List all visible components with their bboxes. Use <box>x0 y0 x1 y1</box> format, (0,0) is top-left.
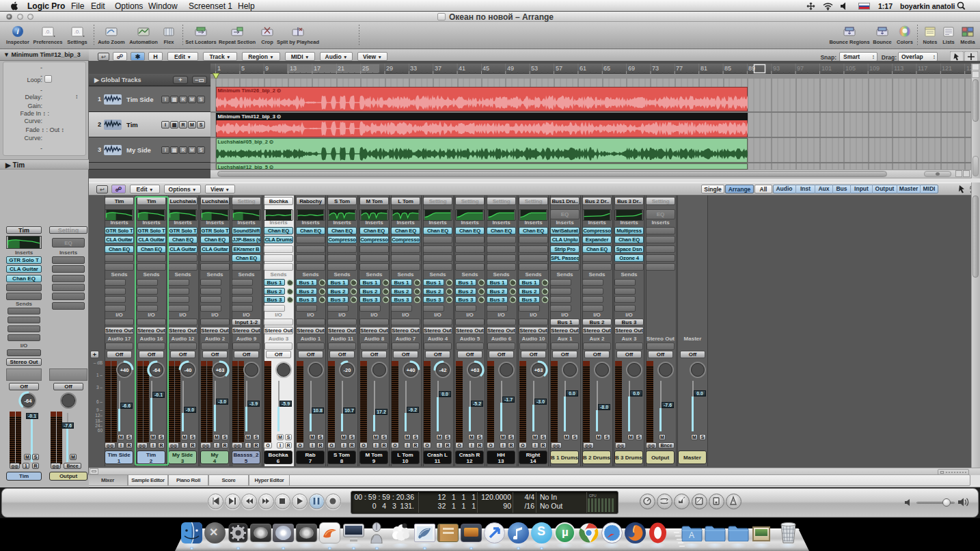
svg-text:41: 41 <box>459 65 465 72</box>
svg-text:+40: +40 <box>120 367 129 373</box>
svg-text:29: 29 <box>386 65 393 72</box>
svg-text:-64: -64 <box>25 398 33 404</box>
svg-text:17: 17 <box>314 65 321 72</box>
svg-text:-42: -42 <box>439 367 447 373</box>
svg-text:65: 65 <box>603 65 610 72</box>
svg-text:69: 69 <box>628 65 635 72</box>
svg-text:77: 77 <box>676 65 683 72</box>
svg-text:21: 21 <box>338 65 344 72</box>
svg-text:37: 37 <box>435 65 441 72</box>
svg-text:109: 109 <box>869 65 880 72</box>
svg-text:45: 45 <box>482 65 489 72</box>
svg-text:57: 57 <box>556 65 562 72</box>
svg-text:A: A <box>689 530 694 540</box>
svg-text:+63: +63 <box>216 367 225 373</box>
svg-text:93: 93 <box>773 65 780 72</box>
svg-text:-20: -20 <box>344 367 351 373</box>
svg-text:+63: +63 <box>471 367 480 373</box>
svg-text:53: 53 <box>531 65 538 72</box>
svg-text:81: 81 <box>700 65 707 72</box>
svg-text:117: 117 <box>918 65 927 72</box>
svg-text:97: 97 <box>797 65 804 72</box>
svg-text:61: 61 <box>580 65 586 72</box>
svg-text:-40: -40 <box>185 367 192 373</box>
svg-text:.0.: .0. <box>45 29 51 35</box>
svg-text:121: 121 <box>942 65 952 72</box>
svg-text:49: 49 <box>507 65 514 72</box>
svg-text:25: 25 <box>362 65 369 72</box>
svg-text:85: 85 <box>724 65 731 72</box>
svg-text:+40: +40 <box>407 367 416 373</box>
svg-text:5: 5 <box>241 65 245 72</box>
svg-text:105: 105 <box>845 65 856 72</box>
svg-text:+63: +63 <box>534 367 543 373</box>
svg-text:113: 113 <box>894 65 903 72</box>
svg-text:13: 13 <box>290 65 297 72</box>
svg-text:33: 33 <box>410 65 417 72</box>
svg-text:.0.: .0. <box>74 29 81 35</box>
svg-text:1: 1 <box>217 65 221 72</box>
svg-text:125: 125 <box>966 65 971 72</box>
svg-text:101: 101 <box>821 65 832 72</box>
svg-text:9: 9 <box>265 65 269 72</box>
svg-text:73: 73 <box>652 65 659 72</box>
